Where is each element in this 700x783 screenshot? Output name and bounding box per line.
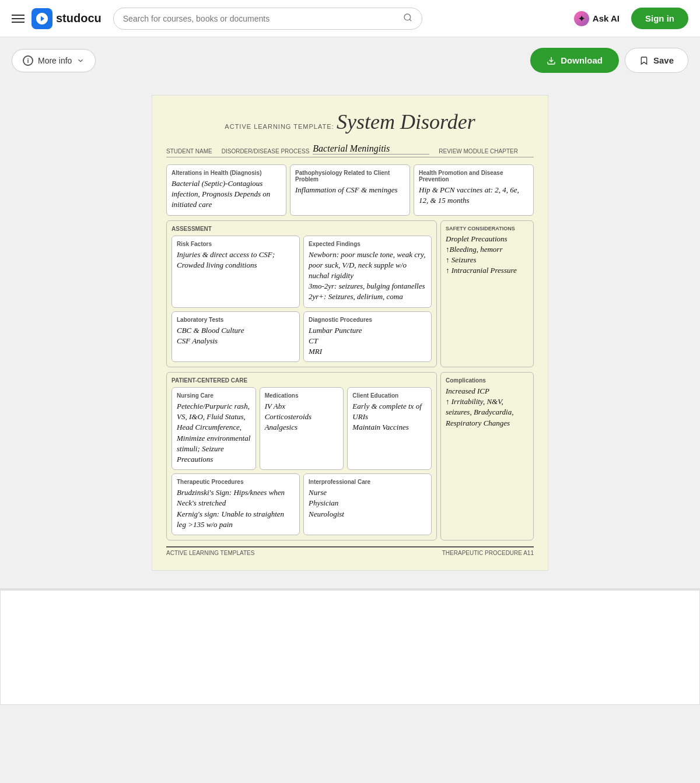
client-education-box: Client Education Early & complete tx of … [347,387,432,470]
safety-content: Droplet Precautions ↑Bleeding, hemorr ↑ … [446,234,528,276]
pcc-grid-top: Nursing Care Petechie/Purpuric rash, VS,… [172,387,432,470]
assessment-section: ASSESSMENT Risk Factors Injuries & direc… [166,220,534,368]
pcc-label: PATIENT-CENTERED CARE [172,377,432,384]
expected-findings-content: Newborn: poor muscle tone, weak cry, poo… [309,250,426,303]
ask-ai-button[interactable]: ✦ Ask AI [574,11,620,26]
assessment-grid-bottom: Laboratory Tests CBC & Blood Culture CSF… [172,311,432,363]
medications-title: Medications [265,392,339,399]
safety-label: SAFETY CONSIDERATIONS [446,226,528,231]
lab-tests-title: Laboratory Tests [177,317,295,323]
review-module-label: REVIEW MODULE CHAPTER [439,148,518,155]
logo-icon [32,8,52,29]
health-promotion-content: Hip & PCN vaccines at: 2, 4, 6e, 12, & 1… [419,185,528,206]
toolbar-right: Download Save [530,48,688,73]
client-education-title: Client Education [352,392,426,399]
therapeutic-content: Brudzinski's Sign: Hips/knees when Neck'… [177,487,295,530]
info-row: STUDENT NAME DISORDER/DISEASE PROCESS Ba… [166,143,534,157]
svg-point-0 [404,14,411,20]
footer-right: THERAPEUTIC PROCEDURE A11 [442,550,534,556]
disorder-label: DISORDER/DISEASE PROCESS [222,148,310,155]
risk-factors-content: Injuries & direct access to CSF; Crowded… [177,250,295,271]
diagnostic-title: Diagnostic Procedures [309,317,426,323]
complications-content: Increased ICP ↑ Irritability, N&V, seizu… [446,386,528,429]
disorder-field: DISORDER/DISEASE PROCESS Bacterial Menin… [222,143,430,157]
alterations-box: Alterations in Health (Diagnosis) Bacter… [166,164,286,216]
svg-line-1 [410,19,411,21]
sign-in-button[interactable]: Sign in [631,8,688,29]
download-label: Download [561,55,603,65]
nursing-care-content: Petechie/Purpuric rash, VS, I&O, Fluid S… [177,401,251,465]
risk-factors-box: Risk Factors Injuries & direct access to… [172,236,300,308]
ai-icon: ✦ [574,11,589,26]
client-education-content: Early & complete tx of URIs Maintain Vac… [352,401,426,433]
template-header: ACTIVE LEARNING TEMPLATE: System Disorde… [166,110,534,134]
top-boxes: Alterations in Health (Diagnosis) Bacter… [166,164,534,216]
assessment-inner: ASSESSMENT Risk Factors Injuries & direc… [166,220,437,368]
nursing-care-title: Nursing Care [177,392,251,399]
interprofessional-title: Interprofessional Care [309,479,426,485]
pcc-section: PATIENT-CENTERED CARE Nursing Care Petec… [166,372,534,540]
pcc-inner: PATIENT-CENTERED CARE Nursing Care Petec… [166,372,437,540]
download-button[interactable]: Download [530,48,619,73]
therapeutic-box: Therapeutic Procedures Brudzinski's Sign… [172,473,300,535]
search-input[interactable] [123,14,398,23]
expected-findings-title: Expected Findings [309,241,426,247]
logo-text: studocu [56,12,102,25]
health-promotion-title: Health Promotion and Disease Prevention [419,170,528,182]
logo: studocu [32,8,102,29]
health-promotion-box: Health Promotion and Disease Prevention … [414,164,534,216]
info-icon: i [23,55,33,66]
header: studocu ✦ Ask AI Sign in [0,0,700,37]
interprofessional-content: Nurse Physician Neurologist [309,487,426,519]
template-label: ACTIVE LEARNING TEMPLATE: [225,123,334,130]
pathophysiology-content: Inflammation of CSF & meninges [295,185,405,195]
medications-content: IV Abx Corticosteroids Analgesics [265,401,339,433]
interprofessional-box: Interprofessional Care Nurse Physician N… [303,473,432,535]
chevron-down-icon [76,57,85,65]
document: ACTIVE LEARNING TEMPLATE: System Disorde… [152,95,548,571]
expected-findings-box: Expected Findings Newborn: poor muscle t… [303,236,432,308]
diagnostic-content: Lumbar Puncture CT MRI [309,325,426,357]
risk-factors-title: Risk Factors [177,241,295,247]
download-icon [547,56,556,65]
nursing-care-box: Nursing Care Petechie/Purpuric rash, VS,… [172,387,256,470]
pcc-grid-bottom: Therapeutic Procedures Brudzinski's Sign… [172,473,432,535]
save-label: Save [653,55,674,65]
assessment-label: ASSESSMENT [172,226,432,232]
student-name-label: STUDENT NAME [166,148,212,155]
bottom-section [0,588,700,705]
therapeutic-title: Therapeutic Procedures [177,479,295,485]
hamburger-menu[interactable] [12,15,24,23]
complications-box: Complications Increased ICP ↑ Irritabili… [440,372,534,540]
alterations-content: Bacterial (Septic)-Contagious infection,… [172,178,281,210]
toolbar: i More info Download Save [0,37,700,83]
search-icon [403,13,412,24]
search-bar[interactable] [113,8,422,30]
more-info-label: More info [38,56,72,65]
doc-footer: ACTIVE LEARNING TEMPLATES THERAPEUTIC PR… [166,546,534,556]
complications-title: Complications [446,377,528,384]
disorder-value: Bacterial Meningitis [313,143,429,155]
lab-tests-content: CBC & Blood Culture CSF Analysis [177,325,295,346]
pathophysiology-box: Pathophysiology Related to Client Proble… [290,164,410,216]
review-module-field: REVIEW MODULE CHAPTER [439,143,518,157]
diagnostic-box: Diagnostic Procedures Lumbar Puncture CT… [303,311,432,363]
template-title: System Disorder [337,110,475,134]
lab-tests-box: Laboratory Tests CBC & Blood Culture CSF… [172,311,300,363]
pathophysiology-title: Pathophysiology Related to Client Proble… [295,170,405,182]
assessment-grid-top: Risk Factors Injuries & direct access to… [172,236,432,308]
save-button[interactable]: Save [625,48,688,73]
document-container: ACTIVE LEARNING TEMPLATE: System Disorde… [0,83,700,582]
footer-left: ACTIVE LEARNING TEMPLATES [166,550,254,556]
more-info-button[interactable]: i More info [12,49,96,72]
alterations-title: Alterations in Health (Diagnosis) [172,170,281,176]
ask-ai-label: Ask AI [593,13,620,23]
medications-box: Medications IV Abx Corticosteroids Analg… [260,387,344,470]
safety-box: SAFETY CONSIDERATIONS Droplet Precaution… [440,220,534,368]
student-name-field: STUDENT NAME [166,143,212,157]
bookmark-icon [639,56,649,65]
